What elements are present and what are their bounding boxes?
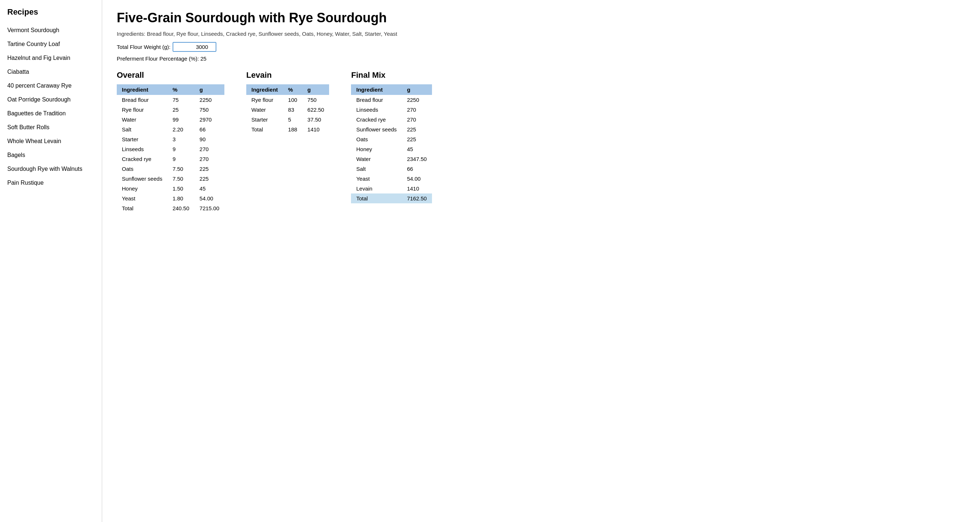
table-row: Salt66 [351,164,432,174]
final-mix-heading: Final Mix [351,70,432,80]
sidebar-item[interactable]: Sourdough Rye with Walnuts [7,162,94,176]
flour-weight-input[interactable] [173,42,216,52]
table-row: Oats225 [351,134,432,144]
sidebar-item[interactable]: Ciabatta [7,65,94,79]
sidebar-item[interactable]: Soft Butter Rolls [7,120,94,134]
sidebar-item[interactable]: 40 percent Caraway Rye [7,79,94,93]
table-row: Oats7.50225 [117,164,224,174]
table-row: Cracked rye9270 [117,154,224,164]
sidebar-item[interactable]: Tartine Country Loaf [7,37,94,51]
total-row: Total240.507215.00 [117,203,224,213]
table-row: Sunflower seeds225 [351,125,432,134]
overall-table: Ingredient % g Bread flour752250Rye flou… [117,84,224,213]
table-row: Water83622.50 [246,105,329,115]
levain-col-g: g [302,84,329,95]
sidebar-item[interactable]: Whole Wheat Levain [7,134,94,148]
table-row: Salt2.2066 [117,125,224,134]
table-row: Sunflower seeds7.50225 [117,174,224,184]
ingredients-value: Bread flour, Rye flour, Linseeds, Cracke… [147,31,397,37]
table-row: Linseeds9270 [117,144,224,154]
final-mix-col-ingredient: Ingredient [351,84,402,95]
table-row: Water2347.50 [351,154,432,164]
overall-col-g: g [194,84,224,95]
sidebar: Recipes Vermont SourdoughTartine Country… [0,0,102,522]
final-mix-thead: Ingredient g [351,84,432,95]
final-mix-section: Final Mix Ingredient g Bread flour2250Li… [351,70,432,203]
sidebar-heading: Recipes [7,7,94,17]
final-mix-col-g: g [402,84,432,95]
table-row: Honey1.5045 [117,184,224,193]
levain-table: Ingredient % g Rye flour100750Water83622… [246,84,329,134]
total-row: Total1881410 [246,125,329,134]
table-row: Rye flour100750 [246,95,329,105]
overall-col-percent: % [167,84,194,95]
overall-thead: Ingredient % g [117,84,224,95]
table-row: Bread flour752250 [117,95,224,105]
table-row: Cracked rye270 [351,115,432,125]
preferment-row: Preferment Flour Percentage (%): 25 [117,56,966,62]
levain-thead: Ingredient % g [246,84,329,95]
table-row: Honey45 [351,144,432,154]
ingredients-label: Ingredients: [117,31,145,37]
table-row: Rye flour25750 [117,105,224,115]
levain-col-ingredient: Ingredient [246,84,283,95]
sidebar-item[interactable]: Vermont Sourdough [7,23,94,37]
table-row: Bread flour2250 [351,95,432,105]
sidebar-item[interactable]: Pain Rustique [7,176,94,190]
overall-section: Overall Ingredient % g Bread flour752250… [117,70,224,213]
table-row: Water992970 [117,115,224,125]
final-mix-header-row: Ingredient g [351,84,432,95]
recipe-ingredients: Ingredients: Bread flour, Rye flour, Lin… [117,31,966,37]
recipe-title: Five-Grain Sourdough with Rye Sourdough [117,10,966,26]
overall-heading: Overall [117,70,224,80]
flour-weight-row: Total Flour Weight (g): [117,42,966,52]
overall-col-ingredient: Ingredient [117,84,167,95]
levain-section: Levain Ingredient % g Rye flour100750Wat… [246,70,329,134]
final-mix-tbody: Bread flour2250Linseeds270Cracked rye270… [351,95,432,203]
table-row: Starter537.50 [246,115,329,125]
flour-weight-label: Total Flour Weight (g): [117,44,170,50]
table-row: Yeast1.8054.00 [117,193,224,203]
sidebar-item[interactable]: Baguettes de Tradition [7,107,94,120]
sidebar-item[interactable]: Bagels [7,148,94,162]
levain-heading: Levain [246,70,329,80]
table-row: Starter390 [117,134,224,144]
sidebar-items-list: Vermont SourdoughTartine Country LoafHaz… [7,23,94,190]
tables-container: Overall Ingredient % g Bread flour752250… [117,70,966,213]
overall-tbody: Bread flour752250Rye flour25750Water9929… [117,95,224,213]
levain-tbody: Rye flour100750Water83622.50Starter537.5… [246,95,329,134]
overall-header-row: Ingredient % g [117,84,224,95]
preferment-value: 25 [200,56,207,62]
levain-header-row: Ingredient % g [246,84,329,95]
total-row: Total7162.50 [351,193,432,203]
sidebar-item[interactable]: Hazelnut and Fig Levain [7,51,94,65]
main-content: Five-Grain Sourdough with Rye Sourdough … [102,0,980,522]
preferment-label: Preferment Flour Percentage (%): [117,56,200,62]
levain-col-percent: % [283,84,302,95]
table-row: Linseeds270 [351,105,432,115]
table-row: Yeast54.00 [351,174,432,184]
table-row: Levain1410 [351,184,432,193]
sidebar-item[interactable]: Oat Porridge Sourdough [7,93,94,107]
final-mix-table: Ingredient g Bread flour2250Linseeds270C… [351,84,432,203]
